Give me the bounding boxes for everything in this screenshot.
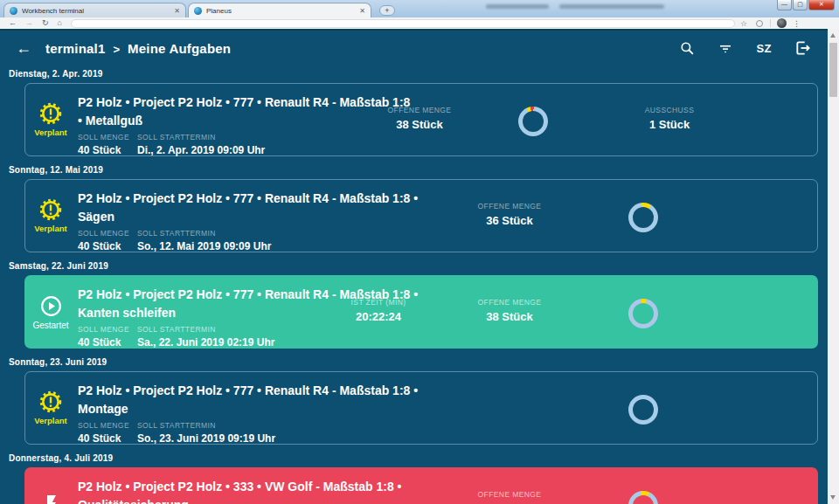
gear-alert-icon — [39, 390, 62, 413]
page-scrollbar[interactable] — [828, 29, 839, 504]
browser-chrome: — ▢ ✕ Workbench terminal ✕ Planeus ✕ + ←… — [0, 0, 839, 29]
status-badge: Verplant — [34, 128, 67, 137]
app-back-icon[interactable]: ← — [16, 40, 31, 56]
browser-menu-icon[interactable]: ⋮ — [793, 19, 801, 28]
progress-donut — [628, 299, 658, 328]
soll-menge-value: 40 Stück — [78, 336, 132, 349]
section-date: Sonntag, 12. Mai 2019 — [0, 156, 828, 179]
tab-label: Workbench terminal — [22, 7, 170, 15]
tab-planeus[interactable]: Planeus ✕ — [188, 3, 371, 17]
scrollbar-thumb[interactable] — [829, 43, 837, 97]
bookmark-star-icon[interactable]: ☆ — [740, 19, 747, 28]
play-circle-icon — [39, 294, 63, 318]
page-title: Meine Aufgaben — [128, 41, 231, 56]
soll-starttermin-value: Sa., 22. Juni 2019 02:19 Uhr — [137, 336, 429, 349]
progress-donut — [628, 491, 658, 504]
tab-close-icon[interactable]: ✕ — [174, 7, 180, 15]
soll-starttermin-value: Di., 2. Apr. 2019 09:09 Uhr — [137, 144, 413, 156]
window-title-blur — [486, 4, 549, 9]
task-title: P2 Holz • Project P2 Holz • 333 • VW Gol… — [78, 478, 429, 504]
gear-alert-icon — [39, 198, 62, 221]
gear-alert-icon — [39, 102, 62, 125]
task-title: P2 Holz • Project P2 Holz • 777 • Renaul… — [78, 190, 429, 226]
tab-favicon — [194, 7, 202, 15]
window-title-blur — [559, 4, 664, 9]
section-date: Samstag, 22. Juni 2019 — [0, 252, 828, 275]
chevron-right-icon: > — [114, 43, 121, 56]
exit-icon[interactable] — [794, 39, 812, 57]
status-badge: Gestartet — [32, 321, 68, 330]
flash-icon — [40, 494, 61, 504]
breadcrumb-terminal: terminal1 — [45, 41, 106, 56]
scroll-down-arrow[interactable] — [830, 495, 836, 500]
divider — [770, 19, 771, 27]
tab-label: Planeus — [206, 7, 356, 15]
address-bar: ← → ↻ ⌂ ☆ ⋮ — [0, 17, 839, 29]
task-card[interactable]: P2 Holz • Project P2 Holz • 333 • VW Gol… — [24, 467, 818, 504]
task-card[interactable]: Verplant P2 Holz • Project P2 Holz • 777… — [24, 83, 818, 156]
soll-menge-label: SOLL MENGE — [78, 133, 132, 142]
section-date: Donnerstag, 4. Juli 2019 — [0, 445, 828, 467]
soll-menge-value: 40 Stück — [78, 432, 132, 445]
back-icon[interactable]: ← — [9, 17, 17, 29]
soll-starttermin-label: SOLL STARTTERMIN — [137, 421, 429, 430]
task-title: P2 Holz • Project P2 Holz • 777 • Renaul… — [78, 382, 429, 418]
offene-menge-stat: OFFENE MENGE 36 Stück — [453, 202, 566, 227]
soll-starttermin-value: So., 12. Mai 2019 09:09 Uhr — [137, 240, 429, 252]
status-badge: Verplant — [34, 224, 67, 233]
ist-zeit-stat: IST ZEIT (MIN) 20:22:24 — [322, 298, 435, 323]
section-date: Dienstag, 2. Apr. 2019 — [0, 66, 828, 83]
search-icon[interactable] — [679, 40, 695, 56]
app-bar: ← terminal1 > Meine Aufgaben SZ — [0, 29, 828, 66]
soll-starttermin-label: SOLL STARTTERMIN — [137, 229, 429, 238]
task-card[interactable]: Gestartet P2 Holz • Project P2 Holz • 77… — [24, 275, 818, 349]
status-column: Verplant — [31, 180, 71, 252]
browser-avatar[interactable] — [777, 18, 787, 28]
tab-favicon — [10, 7, 17, 15]
window-controls: — ▢ ✕ — [776, 0, 835, 10]
window-minimize-button[interactable]: — — [777, 0, 792, 10]
section-date: Sonntag, 23. Juni 2019 — [0, 349, 828, 371]
status-column — [31, 468, 71, 504]
soll-menge-value: 40 Stück — [78, 240, 132, 252]
task-card[interactable]: Verplant P2 Holz • Project P2 Holz • 777… — [24, 371, 818, 445]
soll-starttermin-label: SOLL STARTTERMIN — [137, 133, 413, 142]
home-icon[interactable]: ⌂ — [58, 17, 62, 29]
scroll-up-arrow[interactable] — [830, 33, 836, 38]
progress-donut — [628, 395, 658, 425]
offene-menge-stat: OFFENE MENGE 18 Stück — [453, 490, 566, 504]
forward-icon[interactable]: → — [25, 17, 33, 29]
window-maximize-button[interactable]: ▢ — [793, 0, 808, 10]
progress-donut — [628, 203, 658, 232]
soll-menge-label: SOLL MENGE — [78, 325, 132, 334]
ausschuss-stat: AUSSCHUSS 1 Stück — [613, 106, 726, 131]
status-column: Verplant — [31, 84, 71, 155]
soll-menge-value: 40 Stück — [78, 144, 132, 156]
progress-donut — [518, 107, 548, 136]
address-bar-actions: ☆ ⋮ — [740, 18, 804, 28]
reload-icon[interactable]: ↻ — [42, 17, 49, 29]
task-list: Dienstag, 2. Apr. 2019 Verplant P2 Holz … — [0, 66, 828, 504]
tab-workbench-terminal[interactable]: Workbench terminal ✕ — [3, 3, 186, 17]
task-card[interactable]: Verplant P2 Holz • Project P2 Holz • 777… — [24, 179, 818, 252]
url-input[interactable] — [71, 19, 735, 28]
soll-menge-label: SOLL MENGE — [78, 421, 132, 430]
soll-starttermin-label: SOLL STARTTERMIN — [137, 325, 429, 334]
status-badge: Verplant — [34, 416, 67, 425]
extension-icon[interactable] — [756, 20, 763, 27]
soll-starttermin-value: So., 23. Juni 2019 09:19 Uhr — [137, 432, 429, 445]
tab-close-icon[interactable]: ✕ — [359, 7, 365, 15]
status-column: Gestartet — [31, 276, 71, 348]
user-initials-button[interactable]: SZ — [756, 42, 772, 55]
window-close-button[interactable]: ✕ — [808, 0, 835, 10]
soll-menge-label: SOLL MENGE — [78, 229, 132, 238]
status-column: Verplant — [31, 372, 71, 444]
offene-menge-stat: OFFENE MENGE 38 Stück — [453, 298, 566, 323]
offene-menge-stat: OFFENE MENGE 38 Stück — [363, 106, 476, 131]
filter-icon[interactable] — [718, 40, 733, 56]
new-tab-button[interactable]: + — [379, 5, 395, 16]
